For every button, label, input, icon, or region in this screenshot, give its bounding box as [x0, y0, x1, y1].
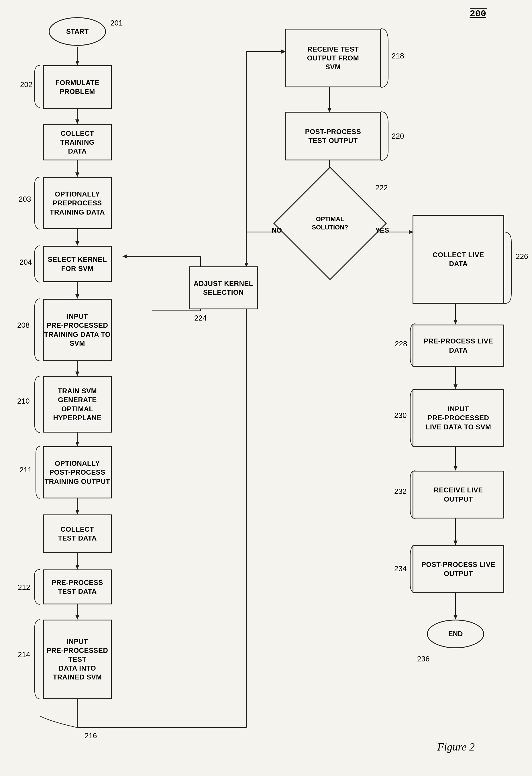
end-label: END: [449, 630, 463, 638]
postprocess-test-output-box: POST-PROCESSTEST OUTPUT: [285, 112, 381, 160]
svg-marker-13: [75, 442, 79, 446]
ref-214: 214: [18, 650, 30, 659]
ref-216: 216: [84, 731, 97, 740]
yes-label: YES: [375, 226, 389, 234]
optimal-solution-label: OPTIMALSOLUTION?: [312, 215, 348, 231]
ref-202: 202: [20, 80, 32, 89]
svg-marker-19: [75, 615, 79, 620]
optionally-postprocess-label: OPTIONALLYPOST-PROCESSTRAINING OUTPUT: [45, 459, 110, 486]
collect-training-data-box: COLLECT TRAININGDATA: [43, 124, 112, 160]
ref-220: 220: [392, 132, 404, 141]
input-test-label: INPUTPRE-PROCESSED TESTDATA INTOTRAINED …: [44, 637, 111, 682]
optionally-postprocess-box: OPTIONALLYPOST-PROCESSTRAINING OUTPUT: [43, 446, 112, 499]
formulate-problem-label: FORMULATEPROBLEM: [55, 78, 99, 96]
receive-test-output-box: RECEIVE TESTOUTPUT FROMSVM: [285, 29, 381, 87]
ref-218: 218: [392, 51, 404, 60]
ref-201: 201: [110, 19, 123, 27]
collect-live-label: COLLECT LIVEDATA: [432, 250, 484, 268]
optionally-preprocess-label: OPTIONALLYPREPROCESSTRAINING DATA: [50, 190, 105, 217]
ref-234: 234: [394, 564, 406, 573]
ref-236: 236: [417, 654, 429, 663]
optionally-preprocess-box: OPTIONALLYPREPROCESSTRAINING DATA: [43, 177, 112, 229]
start-label: START: [66, 27, 88, 35]
select-kernel-box: SELECT KERNELFOR SVM: [43, 246, 112, 282]
svg-marker-17: [75, 565, 79, 569]
no-label: NO: [272, 226, 282, 234]
postprocess-live-label: POST-PROCESS LIVEOUTPUT: [421, 560, 495, 578]
svg-marker-9: [75, 294, 79, 299]
ref-203: 203: [19, 195, 31, 204]
select-kernel-label: SELECT KERNELFOR SVM: [48, 255, 107, 273]
svg-marker-48: [454, 615, 458, 620]
train-svm-label: TRAIN SVMGENERATE OPTIMALHYPERPLANE: [44, 386, 111, 422]
ref-200: 200: [470, 9, 486, 19]
preprocess-live-data-box: PRE-PROCESS LIVEDATA: [412, 325, 504, 367]
adjust-kernel-label: ADJUST KERNELSELECTION: [194, 279, 253, 297]
formulate-problem-box: FORMULATEPROBLEM: [43, 65, 112, 109]
optimal-solution-diamond: OPTIMALSOLUTION?: [290, 183, 370, 263]
ref-208: 208: [17, 321, 29, 330]
ref-232: 232: [394, 487, 406, 496]
svg-marker-1: [75, 61, 79, 65]
ref-228: 228: [395, 340, 407, 348]
svg-marker-44: [454, 466, 458, 470]
postprocess-live-output-box: POST-PROCESS LIVEOUTPUT: [412, 545, 504, 593]
input-live-label: INPUTPRE-PROCESSEDLIVE DATA TO SVM: [426, 404, 491, 431]
svg-marker-3: [75, 120, 79, 124]
preprocess-test-label: PRE-PROCESSTEST DATA: [51, 578, 103, 596]
svg-marker-36: [122, 254, 127, 258]
input-live-data-box: INPUTPRE-PROCESSEDLIVE DATA TO SVM: [412, 389, 504, 447]
receive-test-label: RECEIVE TESTOUTPUT FROMSVM: [307, 45, 359, 71]
svg-marker-40: [454, 320, 458, 325]
ref-210: 210: [17, 397, 29, 406]
svg-marker-46: [454, 541, 458, 545]
postprocess-test-label: POST-PROCESSTEST OUTPUT: [305, 127, 361, 145]
input-test-data-box: INPUTPRE-PROCESSED TESTDATA INTOTRAINED …: [43, 620, 112, 699]
ref-226: 226: [516, 252, 528, 261]
input-training-label: INPUTPRE-PROCESSEDTRAINING DATA TOSVM: [44, 312, 111, 348]
svg-marker-15: [75, 510, 79, 515]
diagram-container: 200: [0, 0, 532, 776]
ref-211: 211: [19, 465, 32, 474]
ref-212: 212: [18, 583, 30, 592]
preprocess-live-label: PRE-PROCESS LIVEDATA: [424, 337, 493, 354]
input-training-data-box: INPUTPRE-PROCESSEDTRAINING DATA TOSVM: [43, 299, 112, 361]
train-svm-box: TRAIN SVMGENERATE OPTIMALHYPERPLANE: [43, 376, 112, 432]
figure-label: Figure 2: [437, 741, 475, 753]
receive-live-label: RECEIVE LIVEOUTPUT: [434, 486, 483, 503]
svg-marker-7: [75, 241, 79, 246]
collect-training-label: COLLECT TRAININGDATA: [44, 129, 111, 156]
adjust-kernel-box: ADJUST KERNELSELECTION: [189, 266, 258, 310]
svg-marker-5: [75, 172, 79, 177]
svg-marker-42: [454, 384, 458, 389]
collect-live-data-box: COLLECT LIVEDATA: [412, 215, 504, 304]
start-oval: START: [49, 17, 106, 46]
ref-230: 230: [394, 411, 406, 420]
ref-222: 222: [375, 183, 388, 192]
receive-live-output-box: RECEIVE LIVEOUTPUT: [412, 470, 504, 519]
ref-224: 224: [194, 314, 206, 323]
svg-marker-11: [75, 372, 79, 376]
collect-test-data-box: COLLECTTEST DATA: [43, 515, 112, 553]
preprocess-test-data-box: PRE-PROCESSTEST DATA: [43, 569, 112, 604]
ref-204: 204: [19, 258, 32, 267]
end-oval: END: [427, 620, 484, 648]
collect-test-label: COLLECTTEST DATA: [58, 525, 97, 543]
